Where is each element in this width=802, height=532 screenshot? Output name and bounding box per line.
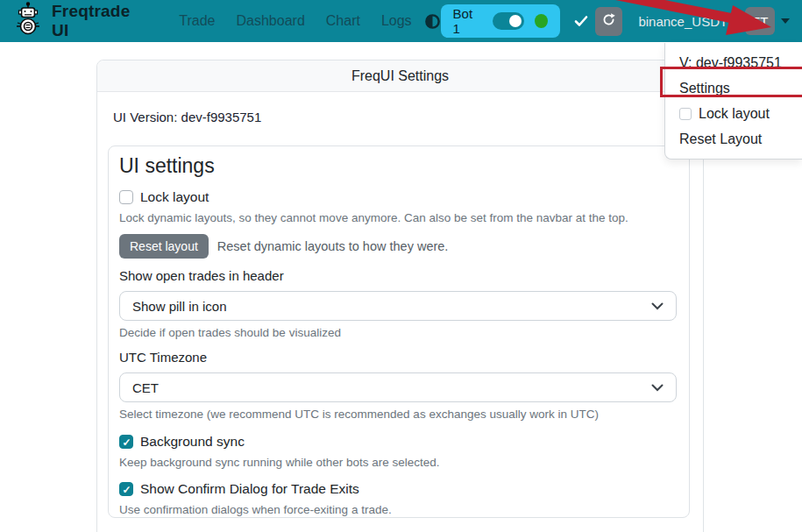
brand-title: Freqtrade UI [52, 2, 149, 40]
bot-name-label: Bot 1 [453, 6, 482, 36]
menu-item-lock-layout[interactable]: Lock layout [665, 101, 802, 126]
nav-link-chart[interactable]: Chart [316, 13, 371, 29]
reload-icon [601, 12, 616, 31]
reset-layout-help: Reset dynamic layouts to how they were. [217, 239, 449, 253]
bot-selector-pill[interactable]: Bot 1 [441, 4, 560, 38]
open-trades-select[interactable]: Show pill in icon [119, 291, 677, 321]
navbar-right: Bot 1 binance_USDT1 FT [441, 4, 790, 38]
nav-link-trade[interactable]: Trade [168, 13, 225, 29]
confirm-dialog-label: Show Confirm Dialog for Trade Exits [140, 481, 359, 497]
nav-link-logs[interactable]: Logs [371, 13, 422, 29]
timezone-select[interactable]: CET [119, 372, 677, 402]
lock-layout-menu-label: Lock layout [699, 104, 770, 123]
lock-layout-setting[interactable]: Lock layout [119, 188, 677, 206]
lock-layout-checkbox[interactable] [119, 190, 133, 204]
settings-card: FreqUI Settings UI Version: dev-f9935751… [96, 60, 704, 532]
timezone-selected-value: CET [132, 380, 159, 395]
nav-link-dashboard[interactable]: Dashboard [226, 13, 316, 29]
card-body: UI Version: dev-f9935751 UI settings Loc… [97, 92, 703, 518]
lock-layout-menu-checkbox[interactable] [679, 108, 692, 120]
open-trades-help: Decide if open trades should be visualiz… [119, 325, 677, 341]
menu-item-settings[interactable]: Settings [665, 75, 802, 101]
brand[interactable]: Freqtrade UI [12, 2, 149, 40]
card-header: FreqUI Settings [97, 60, 703, 92]
open-trades-label: Show open trades in header [119, 268, 677, 285]
timezone-label: UTC Timezone [119, 350, 677, 366]
reload-button[interactable] [595, 7, 623, 36]
freqtrade-robot-logo-icon [12, 2, 44, 40]
ui-settings-section: UI settings Lock layout Lock dynamic lay… [108, 145, 690, 518]
background-sync-setting[interactable]: Background sync [119, 433, 677, 450]
reset-layout-row: Reset layout Reset dynamic layouts to ho… [119, 234, 677, 259]
open-trades-selected-value: Show pill in icon [132, 299, 227, 314]
confirm-dialog-help: Use confirmation dialogs when force-exit… [119, 502, 677, 518]
background-sync-label: Background sync [140, 434, 245, 450]
menu-item-version: V: dev-f9935751 [665, 50, 802, 75]
lock-layout-help: Lock dynamic layouts, so they cannot mov… [119, 210, 677, 226]
card-title: FreqUI Settings [351, 68, 449, 84]
login-name-label: binance_USDT1 [638, 14, 735, 29]
check-icon [574, 15, 588, 27]
bot-online-dot [535, 14, 548, 28]
reset-layout-button[interactable]: Reset layout [119, 234, 209, 259]
ui-version-label: UI Version: dev-f9935751 [113, 110, 689, 124]
caret-down-icon[interactable] [781, 18, 790, 24]
navbar: Freqtrade UI Trade Dashboard Chart Logs … [0, 0, 802, 42]
confirm-dialog-checkbox[interactable] [119, 482, 133, 496]
background-sync-checkbox[interactable] [119, 435, 133, 449]
freqtrade-ui-screen: Freqtrade UI Trade Dashboard Chart Logs … [0, 0, 802, 532]
nav-links: Trade Dashboard Chart Logs [168, 13, 422, 29]
bot-toggle-switch[interactable] [493, 12, 524, 30]
timezone-help: Select timezone (we recommend UTC is rec… [119, 407, 677, 422]
chevron-down-icon [651, 298, 664, 314]
avatar-button[interactable]: FT [745, 7, 775, 35]
confirm-dialog-setting[interactable]: Show Confirm Dialog for Trade Exits [119, 480, 677, 498]
lock-layout-label: Lock layout [140, 189, 209, 205]
background-sync-help: Keep background sync running while other… [119, 455, 677, 471]
chevron-down-icon [651, 379, 664, 395]
avatar-dropdown-menu: V: dev-f9935751 Settings Lock layout Res… [664, 43, 802, 160]
theme-toggle-icon[interactable] [424, 13, 441, 30]
menu-item-reset-layout[interactable]: Reset Layout [665, 126, 802, 152]
section-heading: UI settings [119, 153, 677, 178]
